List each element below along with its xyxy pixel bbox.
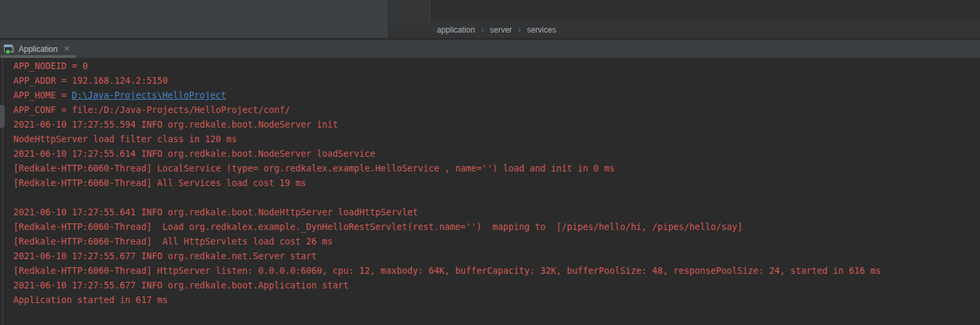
log-text: [Redkale-HTTP:6060-Thread] LocalService … bbox=[13, 163, 615, 173]
console-scrollbar-thumb[interactable] bbox=[0, 105, 5, 128]
active-tab-indicator bbox=[1, 55, 76, 58]
console-line: [Redkale-HTTP:6060-Thread] Load org.redk… bbox=[13, 220, 980, 235]
breadcrumb-item-services[interactable]: services bbox=[527, 25, 556, 35]
console-line bbox=[13, 191, 980, 205]
console-line: NodeHttpServer load filter class in 120 … bbox=[13, 132, 980, 147]
chevron-right-icon: › bbox=[481, 25, 483, 34]
left-editor-pane bbox=[0, 0, 388, 38]
close-icon[interactable]: ✕ bbox=[64, 45, 70, 53]
log-text: Application started in 617 ms bbox=[13, 295, 168, 305]
chevron-right-icon: › bbox=[518, 25, 521, 34]
breadcrumb: application›server›services bbox=[437, 25, 556, 35]
console-line: APP_ADDR = 192.168.124.2:5150 bbox=[13, 74, 980, 88]
log-text: APP_ADDR = 192.168.124.2:5150 bbox=[13, 76, 168, 86]
console-lines: APP_NODEID = 0APP_ADDR = 192.168.124.2:5… bbox=[0, 58, 980, 308]
console-line: [Redkale-HTTP:6060-Thread] All Services … bbox=[13, 176, 980, 191]
log-text: NodeHttpServer load filter class in 120 … bbox=[13, 134, 237, 144]
editor-content-cell bbox=[429, 0, 980, 21]
log-text: 2021-06-10 17:27:55.641 INFO org.redkale… bbox=[13, 207, 418, 217]
log-text: [Redkale-HTTP:6060-Thread] All HttpServl… bbox=[13, 237, 332, 247]
breadcrumb-item-application[interactable]: application bbox=[437, 25, 475, 35]
log-text: APP_NODEID = 0 bbox=[13, 61, 88, 71]
file-path-link[interactable]: D:\Java-Projects\HelloProject bbox=[72, 90, 226, 100]
console-line: [Redkale-HTTP:6060-Thread] HttpServer li… bbox=[13, 264, 980, 278]
console-line: 2021-06-10 17:27:55.614 INFO org.redkale… bbox=[13, 147, 980, 162]
console-line: 2021-06-10 17:27:55.641 INFO org.redkale… bbox=[13, 205, 980, 220]
run-toolwindow-tabbar: Application ✕ bbox=[0, 40, 980, 58]
editor-area: application›server›services bbox=[0, 0, 980, 38]
log-text: [Redkale-HTTP:6060-Thread] All Services … bbox=[13, 178, 306, 188]
console-line: [Redkale-HTTP:6060-Thread] All HttpServl… bbox=[13, 235, 980, 249]
run-console-icon bbox=[3, 44, 15, 54]
log-text: 2021-06-10 17:27:55.677 INFO org.redkale… bbox=[13, 280, 348, 290]
running-indicator-icon bbox=[5, 49, 11, 54]
tab-label: Application bbox=[19, 45, 58, 54]
breadcrumb-item-server[interactable]: server bbox=[490, 25, 512, 35]
log-text: 2021-06-10 17:27:55.677 INFO org.redkale… bbox=[13, 251, 316, 261]
log-text: [Redkale-HTTP:6060-Thread] HttpServer li… bbox=[13, 266, 881, 276]
console-line: [Redkale-HTTP:6060-Thread] LocalService … bbox=[13, 162, 980, 176]
right-editor-surface bbox=[388, 0, 980, 21]
console-line: Application started in 617 ms bbox=[13, 293, 980, 308]
console-line: 2021-06-10 17:27:55.677 INFO org.redkale… bbox=[13, 249, 980, 264]
console-output: APP_NODEID = 0APP_ADDR = 192.168.124.2:5… bbox=[0, 58, 980, 325]
log-text: 2021-06-10 17:27:55.594 INFO org.redkale… bbox=[13, 120, 338, 130]
ide-window: application›server›services Application … bbox=[0, 0, 980, 325]
right-editor-pane: application›server›services bbox=[388, 0, 980, 38]
console-line: 2021-06-10 17:27:55.677 INFO org.redkale… bbox=[13, 278, 980, 293]
console-line: APP_NODEID = 0 bbox=[13, 59, 980, 74]
console-line: APP_HOME = D:\Java-Projects\HelloProject bbox=[13, 88, 980, 103]
console-line: 2021-06-10 17:27:55.594 INFO org.redkale… bbox=[13, 118, 980, 132]
log-text: APP_HOME = bbox=[13, 90, 72, 100]
log-text: [Redkale-HTTP:6060-Thread] Load org.redk… bbox=[13, 222, 743, 232]
log-text: 2021-06-10 17:27:55.614 INFO org.redkale… bbox=[13, 149, 375, 159]
console-line: APP_CONF = file:/D:/Java-Projects/HelloP… bbox=[13, 103, 980, 118]
console-scrollbar-track bbox=[2, 58, 3, 325]
breadcrumb-bar: application›server›services bbox=[388, 21, 980, 38]
log-text: APP_CONF = file:/D:/Java-Projects/HelloP… bbox=[13, 105, 290, 115]
editor-gutter-cell bbox=[388, 0, 429, 21]
